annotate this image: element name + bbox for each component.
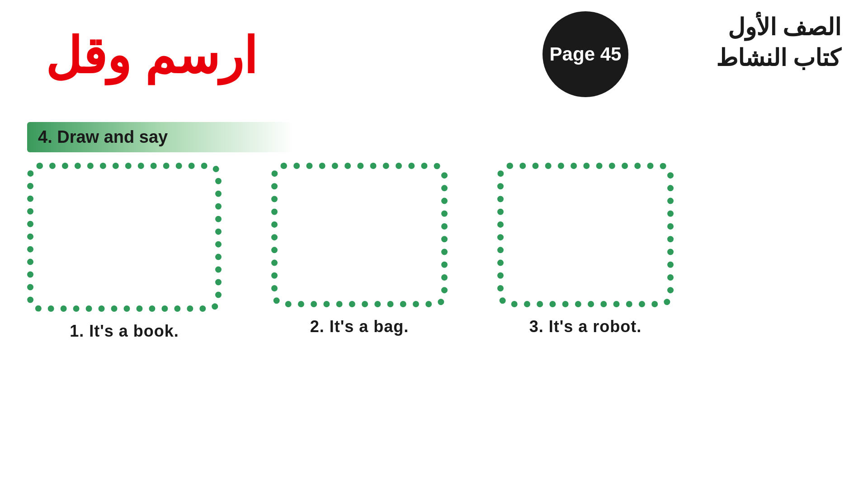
draw-box-wrapper-1: 1. It's a book. bbox=[27, 163, 222, 341]
drawing-boxes-container: 1. It's a book. 2. It's a bag. 3. It's a… bbox=[27, 163, 841, 341]
draw-box-1[interactable] bbox=[27, 163, 222, 312]
section-header: 4. Draw and say bbox=[27, 122, 294, 152]
arabic-main-title: ارسم وقل bbox=[45, 27, 257, 85]
draw-box-wrapper-2: 2. It's a bag. bbox=[271, 163, 448, 336]
draw-box-caption-1: 1. It's a book. bbox=[70, 322, 179, 341]
draw-box-caption-3: 3. It's a robot. bbox=[529, 317, 642, 336]
arabic-subtitle1: الصف الأول bbox=[716, 14, 841, 41]
draw-box-wrapper-3: 3. It's a robot. bbox=[497, 163, 674, 336]
page-number-text: Page 45 bbox=[550, 43, 622, 65]
draw-box-3[interactable] bbox=[497, 163, 674, 307]
draw-box-2[interactable] bbox=[271, 163, 448, 307]
arabic-subtitle2: كتاب النشاط bbox=[716, 44, 841, 71]
section-label: 4. Draw and say bbox=[38, 127, 168, 146]
arabic-header-section: الصف الأول كتاب النشاط bbox=[716, 14, 841, 71]
page-number-circle: Page 45 bbox=[542, 11, 628, 97]
draw-box-caption-2: 2. It's a bag. bbox=[310, 317, 409, 336]
page-container: ارسم وقل الصف الأول كتاب النشاط Page 45 … bbox=[0, 0, 868, 488]
